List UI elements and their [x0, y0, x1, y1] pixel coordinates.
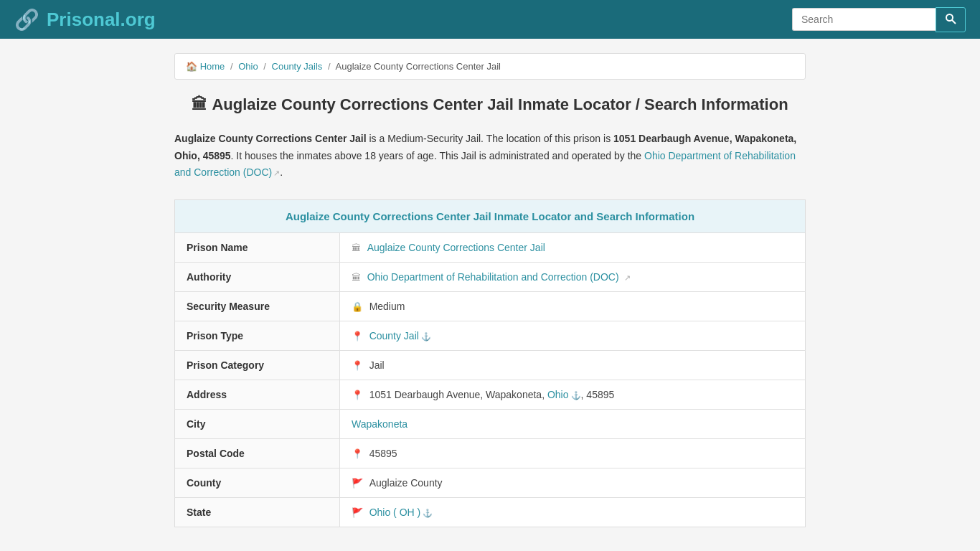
logo-icon: 🔗 — [14, 8, 39, 32]
table-value: 📍 1051 Dearbaugh Avenue, Wapakoneta, Ohi… — [340, 380, 806, 410]
anchor-icon: ⚓ — [419, 332, 431, 341]
table-row: Address📍 1051 Dearbaugh Avenue, Wapakone… — [175, 380, 806, 410]
search-area — [792, 7, 966, 32]
table-row: Prison Name🏛 Auglaize County Corrections… — [175, 233, 806, 263]
table-value: 📍 County Jail ⚓ — [340, 321, 806, 351]
svg-line-1 — [952, 20, 956, 24]
cell-link[interactable]: Wapakoneta — [352, 418, 407, 430]
desc-part2: is a Medium-Security Jail. The location … — [367, 133, 613, 144]
table-value: 📍 45895 — [340, 439, 806, 468]
search-input[interactable] — [792, 8, 936, 31]
description: Auglaize County Corrections Center Jail … — [174, 131, 806, 182]
desc-part3: . It houses the inmates above 18 years o… — [231, 150, 644, 161]
table-label: Prison Name — [175, 233, 340, 263]
breadcrumb-sep-1: / — [230, 61, 233, 72]
info-box-header: Auglaize County Corrections Center Jail … — [174, 199, 806, 232]
breadcrumb-sep-3: / — [328, 61, 331, 72]
search-button[interactable] — [936, 7, 966, 32]
table-row: Prison Category📍 Jail — [175, 351, 806, 380]
table-row: Postal Code📍 45895 — [175, 439, 806, 468]
table-value: Wapakoneta — [340, 410, 806, 439]
table-label: Authority — [175, 263, 340, 292]
table-value: 🏛 Ohio Department of Rehabilitation and … — [340, 263, 806, 292]
cell-icon: 📍 — [352, 448, 366, 459]
table-label: Postal Code — [175, 439, 340, 468]
cell-link[interactable]: Ohio Department of Rehabilitation and Co… — [367, 271, 619, 283]
cell-link[interactable]: Auglaize County Corrections Center Jail — [367, 242, 545, 253]
breadcrumb-category[interactable]: County Jails — [272, 61, 323, 72]
desc-end: . — [280, 166, 283, 178]
cell-icon: 📍 — [352, 331, 366, 342]
table-label: Prison Type — [175, 321, 340, 351]
cell-text: Medium — [369, 301, 405, 312]
table-row: Authority🏛 Ohio Department of Rehabilita… — [175, 263, 806, 292]
cell-icon: 🏛 — [352, 272, 364, 283]
table-label: Prison Category — [175, 351, 340, 380]
cell-icon: 📍 — [352, 390, 366, 400]
table-row: Security Measure🔒 Medium — [175, 292, 806, 321]
cell-icon: 🏛 — [352, 242, 364, 253]
table-label: Security Measure — [175, 292, 340, 321]
ohio-state-link[interactable]: Ohio — [547, 389, 569, 400]
cell-text: Auglaize County — [369, 477, 443, 489]
anchor-icon: ⚓ — [569, 391, 581, 400]
table-row: State🚩 Ohio ( OH ) ⚓ — [175, 498, 806, 527]
table-value: 🚩 Auglaize County — [340, 468, 806, 498]
table-label: State — [175, 498, 340, 527]
logo-text-ext: .org — [121, 9, 156, 30]
breadcrumb: 🏠 Home / Ohio / County Jails / Auglaize … — [174, 53, 806, 80]
table-label: County — [175, 468, 340, 498]
table-label: City — [175, 410, 340, 439]
table-value: 🚩 Ohio ( OH ) ⚓ — [340, 498, 806, 527]
logo-area: 🔗 Prisonal.org — [14, 8, 156, 32]
table-value: 🔒 Medium — [340, 292, 806, 321]
home-icon: 🏠 — [186, 61, 197, 72]
title-icon: 🏛 — [192, 95, 207, 113]
anchor-icon: ⚓ — [420, 509, 433, 517]
logo-link[interactable]: Prisonal.org — [47, 9, 156, 31]
breadcrumb-home[interactable]: Home — [200, 61, 225, 72]
external-icon: ↗ — [622, 273, 631, 282]
table-row: Prison Type📍 County Jail ⚓ — [175, 321, 806, 351]
table-value: 🏛 Auglaize County Corrections Center Jai… — [340, 233, 806, 263]
cell-text: Jail — [369, 359, 385, 371]
site-header: 🔗 Prisonal.org — [0, 0, 980, 39]
svg-point-0 — [946, 14, 953, 21]
cell-text: 45895 — [369, 448, 397, 459]
external-link-icon: ↗ — [273, 169, 280, 177]
logo-text-main: Prisonal — [47, 9, 121, 30]
breadcrumb-state[interactable]: Ohio — [238, 61, 258, 72]
content-wrapper: 🏠 Home / Ohio / County Jails / Auglaize … — [167, 53, 813, 527]
info-table: Prison Name🏛 Auglaize County Corrections… — [174, 232, 806, 527]
breadcrumb-sep-2: / — [263, 61, 266, 72]
page-title: 🏛Auglaize County Corrections Center Jail… — [174, 94, 806, 116]
cell-icon: 🚩 — [352, 478, 366, 489]
cell-icon: 🔒 — [352, 301, 366, 312]
table-label: Address — [175, 380, 340, 410]
cell-icon: 🚩 — [352, 507, 366, 518]
breadcrumb-current: Auglaize County Corrections Center Jail — [336, 61, 501, 72]
table-row: County🚩 Auglaize County — [175, 468, 806, 498]
cell-icon: 📍 — [352, 360, 366, 371]
table-value: 📍 Jail — [340, 351, 806, 380]
cell-link[interactable]: Ohio ( OH ) — [369, 507, 421, 518]
prison-name-bold: Auglaize County Corrections Center Jail — [174, 133, 367, 144]
cell-link[interactable]: County Jail — [369, 330, 419, 342]
table-row: CityWapakoneta — [175, 410, 806, 439]
